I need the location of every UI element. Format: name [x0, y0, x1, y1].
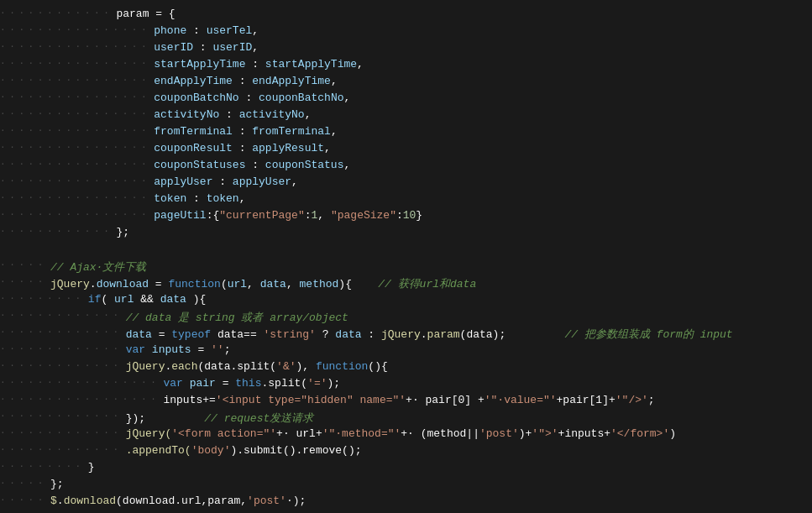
code-text: // data 是 string 或者 array/object	[126, 310, 812, 325]
code-line: · · · · · · · · · · · · · jQuery.each(da…	[0, 359, 812, 376]
code-text: .appendTo('body').submit().remove();	[126, 444, 812, 457]
line-dots: · · · · ·	[0, 276, 50, 286]
code-line: · · · · · · · · · · · · · · · · couponRe…	[0, 141, 812, 158]
line-dots: · · · · · · · · · · · ·	[0, 8, 116, 18]
code-line: · · · · · · · · · }	[0, 460, 812, 477]
line-dots: · · · · · · · · · · · · · · · · ·	[0, 394, 163, 404]
code-line: · · · · · · · · · · · · · · · · endApply…	[0, 74, 812, 91]
line-dots: · · · · · · · · · · · · · · · ·	[0, 108, 154, 118]
line-dots: · · · · · · · · · · · · ·	[0, 343, 126, 353]
code-line: · · · · · · · · · · · · · · · · phone : …	[0, 24, 812, 40]
code-text: var pair = this.split('=');	[163, 377, 812, 390]
code-text: couponStatuses : couponStatus,	[154, 159, 812, 171]
code-line: · · · · · · · · · · · · · · · · couponBa…	[0, 91, 812, 107]
code-line: · · · · · · · · · · · · };	[0, 225, 812, 242]
code-line: · · · · · · · · · · · · · jQuery('<form …	[0, 427, 812, 443]
code-line: · · · · · // Ajax·文件下载	[0, 259, 812, 275]
code-text: jQuery.download = function(url, data, me…	[50, 276, 812, 291]
code-line: · · · · · · · · · · · · · · · · · var pa…	[0, 376, 812, 393]
code-line: · · · · · jQuery.download = function(url…	[0, 275, 812, 292]
line-dots: · · · · · · · · · · · ·	[0, 226, 116, 236]
code-text: phone : userTel,	[154, 24, 812, 37]
code-text: jQuery.each(data.split('&'), function(){	[126, 360, 812, 373]
code-text: userID : userID,	[154, 41, 812, 54]
code-line: · · · · · · · · · · · · · var inputs = '…	[0, 343, 812, 359]
line-dots: · · · · · · · · · · · · · · · ·	[0, 58, 154, 68]
line-dots: · · · · · · · · ·	[0, 461, 88, 471]
code-line: · · · · · · · · · · · · · · · · fromTerm…	[0, 124, 812, 141]
line-dots: · · · · · · · · · · · · ·	[0, 360, 126, 370]
code-line: · · · · · · · · · · · · · · · · · inputs…	[0, 393, 812, 410]
code-text: startApplyTime : startApplyTime,	[154, 58, 812, 71]
code-text: param = {	[116, 8, 812, 20]
code-text: pageUtil:{"currentPage":1, "pageSize":10…	[154, 209, 812, 222]
code-text: $.download(download.url,param,'post'·);	[50, 495, 812, 507]
code-line: · · · · · · · · · · · · · · · · startApp…	[0, 57, 812, 74]
code-editor: · · · · · · · · · · · · param = {· · · ·…	[0, 0, 812, 513]
line-dots: · · · · ·	[0, 259, 50, 270]
code-text: var inputs = '';	[126, 343, 812, 356]
line-dots: · · · · · · · · · · · · ·	[0, 444, 126, 454]
line-dots: · · · · ·	[0, 478, 50, 488]
line-dots: · · · · ·	[0, 495, 50, 505]
line-dots: · · · · · · · · · · · · · · · ·	[0, 41, 154, 51]
code-line: · · · · · · · · · · · · · data = typeof …	[0, 326, 812, 343]
code-line: · · · · · · · · · · · · · }); // request…	[0, 410, 812, 427]
line-dots: · · · · · · · · · · · · ·	[0, 310, 126, 320]
code-text: if( url && data ){	[88, 293, 812, 306]
code-line: · · · · · };	[0, 477, 812, 494]
code-line	[0, 242, 812, 259]
code-text: token : token,	[154, 192, 812, 205]
line-dots: · · · · · · · · · · · · · · · ·	[0, 125, 154, 135]
code-line: · · · · · · · · · · · · · · · · couponSt…	[0, 158, 812, 175]
line-dots	[0, 243, 24, 253]
code-text: applyUser : applyUser,	[154, 175, 812, 188]
code-line: · · · · · · · · · · · · · · · · applyUse…	[0, 175, 812, 191]
line-dots: · · · · · · · · · · · · ·	[0, 411, 126, 421]
line-dots: · · · · · · · · · · · · · · · ·	[0, 75, 154, 85]
line-dots: · · · · · · · · · · · · · · · ·	[0, 175, 154, 186]
line-dots: · · · · · · · · · · · · · · · ·	[0, 142, 154, 152]
code-text: jQuery('<form action="'+· url+'"·method=…	[126, 427, 812, 440]
line-dots: · · · · · · · · · · · · · · · ·	[0, 209, 154, 219]
code-text: // Ajax·文件下载	[50, 259, 812, 275]
code-text: couponBatchNo : couponBatchNo,	[154, 92, 812, 104]
code-text: };	[50, 478, 812, 490]
code-text: };	[116, 226, 812, 238]
line-dots: · · · · · · · · · · · · · · · ·	[0, 192, 154, 202]
code-line: · · · · · · · · · · · · · · · · pageUtil…	[0, 208, 812, 225]
code-line: · · · · · $.download(download.url,param,…	[0, 494, 812, 510]
code-line: · · · · · · · · · · · · · // data 是 stri…	[0, 309, 812, 326]
code-line: · · · · · · · · · · · · · · · · activity…	[0, 107, 812, 124]
line-dots: · · · · · · · · · · · · · · · ·	[0, 159, 154, 169]
code-text: couponResult : applyResult,	[154, 142, 812, 154]
code-line: · · · · · · · · · · · · param = {	[0, 7, 812, 24]
line-dots: · · · · · · · · · · · · · · · ·	[0, 92, 154, 102]
code-text: }); // request发送请求	[126, 411, 812, 426]
line-dots: · · · · · · · · · · · · ·	[0, 327, 126, 337]
code-text: }	[88, 461, 812, 474]
line-dots: · · · · · · · · · · · · ·	[0, 427, 126, 437]
code-line: · · · · · · · · · · · · · .appendTo('bod…	[0, 443, 812, 460]
code-text: data = typeof data== 'string' ? data : j…	[126, 327, 812, 342]
line-dots: · · · · · · · · ·	[0, 293, 88, 303]
line-dots: · · · · · · · · · · · · · · · · ·	[0, 377, 163, 387]
code-content: · · · · · · · · · · · · param = {· · · ·…	[0, 7, 812, 513]
code-text: activityNo : activityNo,	[154, 108, 812, 121]
code-line: · · · · · · · · · if( url && data ){	[0, 292, 812, 309]
code-line: · · · · · · · · · · · · · · · · token : …	[0, 191, 812, 208]
code-text: endApplyTime : endApplyTime,	[154, 75, 812, 87]
line-dots: · · · · · · · · · · · · · · · ·	[0, 24, 154, 34]
code-text: fromTerminal : fromTerminal,	[154, 125, 812, 138]
code-line: · · · · · · · · · · · · · · · · userID :…	[0, 40, 812, 57]
code-text: inputs+='<input type="hidden" name="'+· …	[163, 394, 812, 406]
